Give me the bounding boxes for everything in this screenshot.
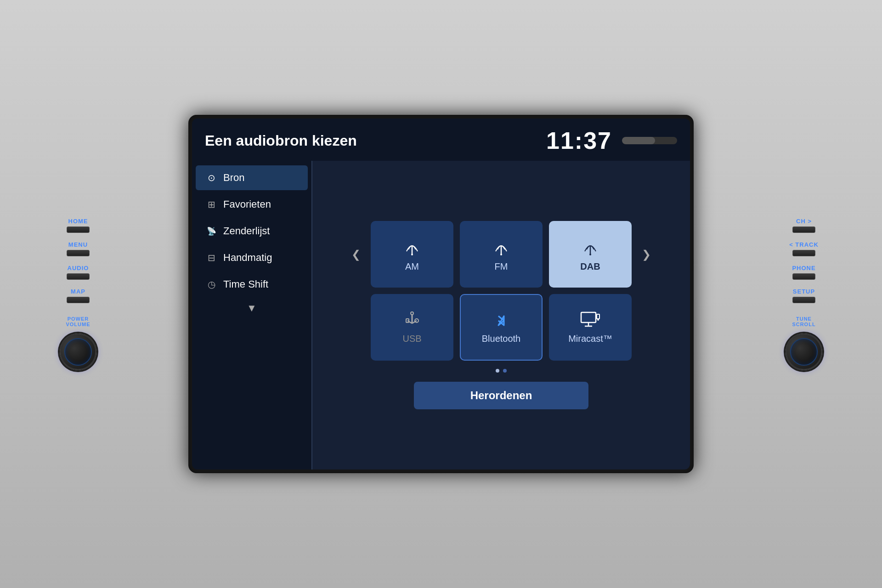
prev-arrow[interactable]: ❮ [348, 246, 364, 263]
audio-btn[interactable] [67, 273, 90, 280]
dot-1 [496, 369, 499, 373]
content-area: ❮ [312, 161, 690, 469]
tiles-container: ❮ [322, 221, 681, 409]
audio-button-group[interactable]: AUDIO [67, 265, 90, 280]
home-label: HOME [68, 218, 88, 225]
bluetooth-label: Bluetooth [482, 334, 521, 344]
next-arrow[interactable]: ❯ [638, 246, 655, 263]
zenderlijst-label: Zenderlijst [223, 225, 270, 237]
favorieten-label: Favorieten [223, 198, 271, 210]
timeshift-label: Time Shift [223, 278, 268, 290]
infotainment-screen: Een audiobron kiezen 11:37 ⊙ Bron [192, 119, 690, 469]
dab-icon [580, 237, 600, 257]
home-btn[interactable] [67, 226, 90, 233]
ch-button-group[interactable]: CH > [792, 218, 815, 233]
track-button-group[interactable]: < TRACK [789, 241, 819, 256]
clock: 11:37 [546, 127, 612, 154]
tune-scroll-group[interactable]: TUNE SCROLL [786, 316, 822, 370]
phone-button-group[interactable]: PHONE [792, 265, 815, 280]
setup-button-group[interactable]: SETUP [792, 288, 815, 303]
fm-label: FM [495, 261, 508, 272]
screen-title: Een audiobron kiezen [205, 132, 357, 149]
svg-point-16 [597, 319, 599, 321]
phone-btn[interactable] [792, 273, 815, 280]
svg-point-3 [500, 254, 502, 255]
bluetooth-icon [492, 311, 510, 329]
screen-body: ⊙ Bron ⊞ Favorieten 📡 Zenderlijst [192, 161, 690, 469]
tile-am[interactable]: AM [371, 221, 453, 288]
tile-bluetooth[interactable]: Bluetooth [460, 294, 543, 361]
sidebar-item-bron[interactable]: ⊙ Bron [196, 165, 308, 190]
sidebar: ⊙ Bron ⊞ Favorieten 📡 Zenderlijst [192, 161, 311, 469]
miracast-icon [580, 311, 600, 329]
svg-rect-15 [597, 314, 599, 319]
map-button-group[interactable]: MAP [67, 288, 90, 303]
bron-icon: ⊙ [205, 172, 218, 183]
handmatig-icon: ⊟ [205, 252, 218, 263]
power-volume-label: POWER VOLUME [66, 316, 90, 327]
screen-bezel: Een audiobron kiezen 11:37 ⊙ Bron [188, 115, 694, 473]
home-button-group[interactable]: HOME [67, 218, 90, 233]
tiles-row-1: ❮ [322, 221, 681, 288]
ch-btn[interactable] [792, 226, 815, 233]
ch-label: CH > [796, 218, 812, 225]
screen-header: Een audiobron kiezen 11:37 [192, 119, 690, 161]
track-btn[interactable] [792, 250, 815, 256]
zenderlijst-icon: 📡 [205, 226, 218, 236]
signal-fill [622, 137, 655, 144]
reorder-container: Herordenen [322, 379, 681, 409]
setup-btn[interactable] [792, 297, 815, 303]
phone-label: PHONE [792, 265, 815, 271]
signal-bar [622, 137, 677, 144]
tile-fm[interactable]: FM [460, 221, 543, 288]
reorder-button[interactable]: Herordenen [414, 382, 588, 409]
dab-label: DAB [580, 261, 600, 272]
favorieten-icon: ⊞ [205, 199, 218, 210]
usb-icon [403, 311, 421, 329]
tune-knob-inner [790, 338, 818, 366]
left-physical-buttons: HOME MENU AUDIO MAP POWER VOLUME [60, 218, 96, 370]
power-volume-group[interactable]: POWER VOLUME [60, 316, 96, 370]
svg-point-11 [411, 312, 413, 315]
menu-label: MENU [68, 241, 88, 248]
usb-label: USB [402, 334, 421, 344]
map-btn[interactable] [67, 297, 90, 303]
map-label: MAP [71, 288, 85, 295]
dot-2 [503, 369, 507, 373]
fm-icon [491, 237, 511, 257]
svg-point-5 [589, 254, 591, 255]
car-frame: HOME MENU AUDIO MAP POWER VOLUME Een aud… [0, 0, 882, 588]
track-label: < TRACK [789, 241, 819, 248]
menu-button-group[interactable]: MENU [67, 241, 90, 256]
sidebar-item-favorieten[interactable]: ⊞ Favorieten [196, 192, 308, 217]
handmatig-label: Handmatig [223, 252, 272, 264]
next-arrow-icon: ❯ [642, 248, 651, 261]
am-label: AM [405, 261, 419, 272]
bron-label: Bron [223, 172, 244, 184]
header-right: 11:37 [546, 127, 677, 154]
tile-usb[interactable]: USB [371, 294, 453, 361]
miracast-label: Miracast™ [568, 334, 612, 344]
tile-dab[interactable]: DAB [549, 221, 632, 288]
tile-miracast[interactable]: Miracast™ [549, 294, 632, 361]
audio-label: AUDIO [68, 265, 89, 271]
volume-knob[interactable] [60, 334, 96, 370]
tiles-row-2: USB Bluetooth [322, 294, 681, 361]
timeshift-icon: ◷ [205, 279, 218, 290]
knob-inner [64, 338, 92, 366]
svg-rect-12 [581, 312, 596, 322]
sidebar-more-button[interactable]: ▼ [192, 298, 311, 319]
setup-label: SETUP [793, 288, 815, 295]
sidebar-item-handmatig[interactable]: ⊟ Handmatig [196, 245, 308, 270]
svg-point-1 [411, 254, 413, 255]
prev-arrow-icon: ❮ [351, 248, 361, 261]
am-icon [402, 237, 422, 257]
sidebar-item-timeshift[interactable]: ◷ Time Shift [196, 272, 308, 297]
menu-btn[interactable] [67, 250, 90, 256]
sidebar-item-zenderlijst[interactable]: 📡 Zenderlijst [196, 219, 308, 243]
right-physical-buttons: CH > < TRACK PHONE SETUP TUNE SCROLL [786, 218, 822, 370]
down-arrow-icon: ▼ [247, 302, 257, 314]
tune-knob[interactable] [786, 334, 822, 370]
pagination-dots [322, 369, 681, 373]
tune-scroll-label: TUNE SCROLL [792, 316, 815, 327]
